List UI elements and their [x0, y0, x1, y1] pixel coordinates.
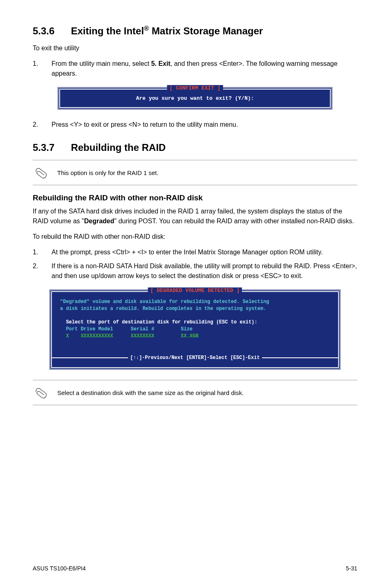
- section-title-sup: ®: [144, 25, 149, 32]
- section-heading-537: 5.3.7Rebuilding the RAID: [33, 142, 357, 153]
- terminal-body: "Degraded" volume and disk available for…: [60, 298, 330, 353]
- step-num: 2.: [33, 261, 38, 271]
- t-select: Select the port of destination disk for …: [66, 319, 257, 325]
- terminal-footer: [↑↓]-Previous/Next [ENTER]-Select [ESC]-…: [52, 358, 338, 367]
- step-2: 2. Press <Y> to exit or press <N> to ret…: [33, 120, 357, 130]
- section-title-post: Matrix Storage Manager: [149, 25, 263, 36]
- note-text: Select a destination disk with the same …: [57, 388, 244, 397]
- confirm-exit-terminal: [ CONFIRM EXIT ] Are you sure you want t…: [57, 87, 333, 110]
- t-header: Port Drive Model Serial # Size: [66, 326, 193, 332]
- section-heading-536: 5.3.6Exiting the Intel® Matrix Storage M…: [33, 25, 357, 37]
- rebuild-step-2: 2. If there is a non-RAID SATA Hard Disk…: [33, 261, 357, 281]
- para1-bold: Degraded: [84, 218, 114, 224]
- section-title-pre: Exiting the Intel: [71, 25, 144, 36]
- section-title: Rebuilding the RAID: [71, 142, 166, 153]
- step-num: 2.: [33, 120, 38, 130]
- note-text: This option is only for the RAID 1 set.: [57, 168, 159, 177]
- page-footer: ASUS TS100-E6/PI4 5-31: [33, 565, 357, 572]
- subheading: Rebuilding the RAID with other non-RAID …: [33, 193, 357, 202]
- step-num: 1.: [33, 59, 38, 69]
- note-destination: Select a destination disk with the same …: [33, 380, 357, 405]
- footer-left: ASUS TS100-E6/PI4: [33, 565, 86, 572]
- t-line2: a disk initiates a rebuild. Rebuild comp…: [60, 306, 266, 312]
- section-number: 5.3.7: [33, 142, 54, 153]
- t-row: X XXXXXXXXXXX XXXXXXXX XX.XGB: [66, 333, 198, 339]
- note-raid1: This option is only for the RAID 1 set.: [33, 160, 357, 185]
- note-paperclip-icon: [33, 384, 49, 401]
- step-text: If there is a non-RAID SATA Hard Disk av…: [52, 263, 357, 279]
- terminal-text: Are you sure you want to exit? (Y/N):: [68, 95, 322, 101]
- step-1: 1. From the utility main menu, select 5.…: [33, 59, 357, 79]
- step-bold: 5. Exit: [151, 60, 170, 67]
- terminal-title: [ CONFIRM EXIT ]: [167, 85, 223, 91]
- step-text-a: From the utility main menu, select: [52, 60, 151, 67]
- step-num: 1.: [33, 247, 38, 257]
- terminal-title: [ DEGRADED VOLUME DETECTED ]: [148, 287, 242, 294]
- step-text: Press <Y> to exit or press <N> to return…: [52, 121, 238, 128]
- paragraph-2: To rebuild the RAID with other non-RAID …: [33, 232, 357, 242]
- note-paperclip-icon: [33, 164, 49, 181]
- intro-text: To exit the utility: [33, 43, 357, 53]
- rebuild-step-1: 1. At the prompt, press <Ctrl> + <I> to …: [33, 247, 357, 257]
- step-text: At the prompt, press <Ctrl> + <I> to ent…: [52, 249, 323, 256]
- t-line1: "Degraded" volume and disk available for…: [60, 299, 269, 305]
- section-number: 5.3.6: [33, 25, 54, 37]
- footer-right: 5-31: [346, 565, 357, 572]
- t-footer-text: [↑↓]-Previous/Next [ENTER]-Select [ESC]-…: [128, 355, 262, 361]
- paragraph-1: If any of the SATA hard disk drives incl…: [33, 206, 357, 226]
- degraded-terminal: [ DEGRADED VOLUME DETECTED ] "Degraded" …: [49, 289, 341, 370]
- para1-b: " during POST. You can rebuild the RAID …: [114, 218, 354, 224]
